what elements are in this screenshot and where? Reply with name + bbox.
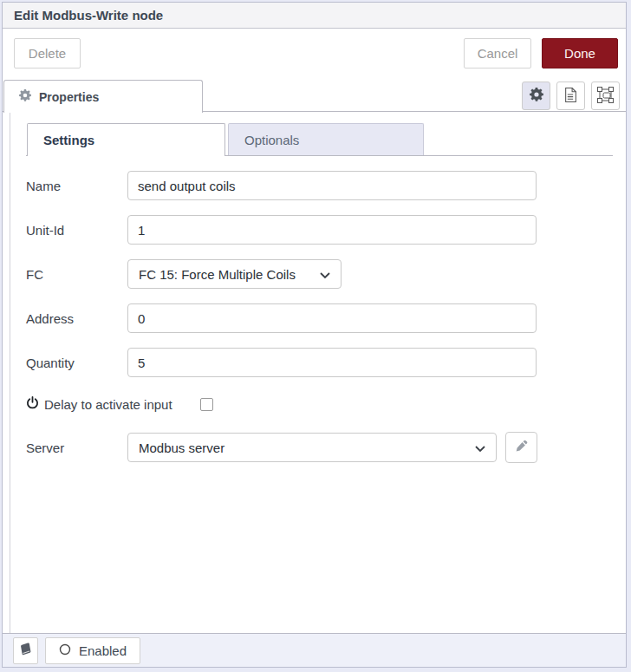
tab-optionals-label: Optionals bbox=[244, 133, 299, 147]
form-row-quantity: Quantity bbox=[26, 348, 626, 377]
node-properties-button[interactable] bbox=[522, 82, 550, 110]
document-icon bbox=[564, 88, 577, 105]
form-row-address: Address bbox=[26, 303, 626, 333]
docs-button[interactable] bbox=[13, 637, 38, 664]
tab-properties-label: Properties bbox=[39, 90, 99, 104]
address-label: Address bbox=[26, 311, 127, 326]
server-select[interactable]: Modbus server bbox=[127, 433, 497, 462]
gear-icon bbox=[19, 89, 31, 104]
form-row-unit-id: Unit-Id bbox=[26, 215, 626, 245]
form-row-name: Name bbox=[26, 171, 626, 200]
dialog-toolbar: Delete Cancel Done bbox=[3, 29, 626, 78]
book-icon bbox=[19, 643, 33, 659]
tab-optionals[interactable]: Optionals bbox=[228, 123, 424, 155]
server-select-value: Modbus server bbox=[139, 440, 224, 455]
chevron-down-icon bbox=[320, 267, 330, 282]
gear-icon bbox=[530, 88, 543, 104]
node-description-button[interactable] bbox=[556, 82, 585, 110]
enabled-circle-icon bbox=[59, 643, 71, 658]
dialog-footer: Enabled bbox=[3, 633, 626, 667]
unit-id-input[interactable] bbox=[127, 215, 537, 245]
form-tab-bar: Settings Optionals bbox=[26, 123, 613, 156]
properties-tab-bar: Properties bbox=[3, 78, 626, 112]
unit-id-label: Unit-Id bbox=[26, 223, 127, 238]
server-label: Server bbox=[26, 440, 127, 455]
node-appearance-button[interactable] bbox=[591, 82, 620, 110]
quantity-label: Quantity bbox=[26, 356, 127, 370]
delay-label: Delay to activate input bbox=[26, 396, 200, 412]
edit-server-button[interactable] bbox=[505, 432, 537, 463]
tab-settings[interactable]: Settings bbox=[27, 123, 225, 156]
fc-select-value: FC 15: Force Multiple Coils bbox=[139, 267, 296, 282]
power-icon bbox=[26, 396, 39, 412]
chevron-down-icon bbox=[475, 440, 485, 455]
enabled-toggle-button[interactable]: Enabled bbox=[45, 637, 140, 664]
dialog-title: Edit Modbus-Write node bbox=[3, 3, 626, 29]
quantity-input[interactable] bbox=[127, 348, 537, 377]
form-row-fc: FC FC 15: Force Multiple Coils bbox=[26, 259, 626, 289]
cancel-button[interactable]: Cancel bbox=[464, 38, 531, 69]
name-input[interactable] bbox=[127, 171, 537, 200]
edit-node-dialog: Edit Modbus-Write node Delete Cancel Don… bbox=[2, 2, 627, 668]
done-button[interactable]: Done bbox=[542, 38, 618, 69]
name-label: Name bbox=[26, 179, 127, 193]
tab-settings-label: Settings bbox=[43, 133, 94, 147]
form-row-server: Server Modbus server bbox=[26, 432, 626, 463]
fc-label: FC bbox=[26, 267, 127, 282]
pencil-icon bbox=[515, 440, 528, 455]
dialog-form: Settings Optionals Name Unit-Id FC FC 15… bbox=[10, 112, 626, 633]
delete-button[interactable]: Delete bbox=[14, 38, 81, 69]
tab-properties[interactable]: Properties bbox=[3, 80, 203, 113]
delay-label-text: Delay to activate input bbox=[44, 397, 172, 412]
address-input[interactable] bbox=[127, 303, 537, 333]
node-appearance-icon bbox=[597, 87, 614, 106]
fc-select[interactable]: FC 15: Force Multiple Coils bbox=[127, 259, 342, 289]
enabled-label: Enabled bbox=[79, 643, 127, 658]
editor-icon-toolbar bbox=[522, 82, 620, 110]
delay-checkbox[interactable] bbox=[200, 398, 213, 411]
form-row-delay: Delay to activate input bbox=[26, 395, 626, 414]
